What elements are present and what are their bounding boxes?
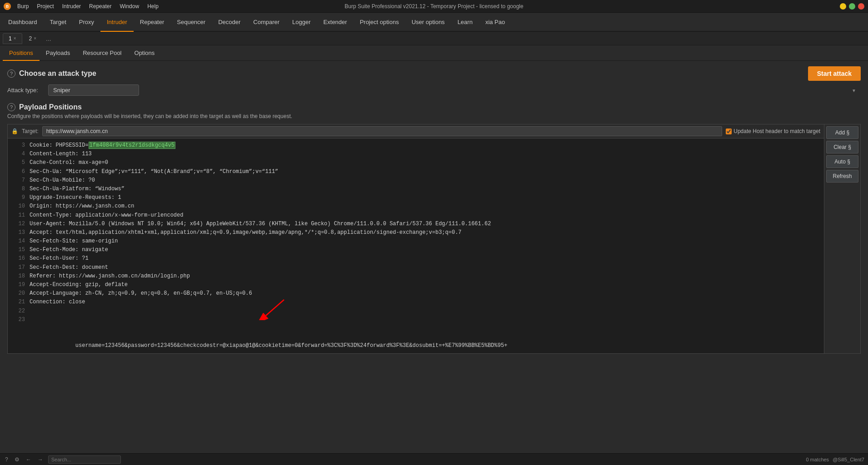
nav-sequencer[interactable]: Sequencer [170, 13, 212, 32]
menu-help[interactable]: Help [144, 2, 162, 10]
attack-type-select[interactable]: Sniper Battering ram Pitchfork Cluster b… [48, 84, 139, 96]
request-line-3: 3 Cookie: PHPSESSID=lfm4084r9v4ts2r1dsdk… [8, 141, 824, 150]
tab-2-close[interactable]: × [34, 36, 36, 41]
attack-type-title: Choose an attack type [19, 69, 96, 78]
nav-xia-pao[interactable]: xia Pao [479, 13, 511, 32]
add-section-button[interactable]: Add § [826, 126, 858, 139]
nav-decoder[interactable]: Decoder [212, 13, 247, 32]
menu-project[interactable]: Project [33, 2, 57, 10]
target-bar: 🔒 Target: Update Host header to match ta… [8, 124, 824, 139]
target-url-input[interactable] [42, 126, 723, 136]
red-arrow-annotation [248, 297, 302, 320]
nav-dashboard[interactable]: Dashboard [2, 13, 44, 32]
minimize-button[interactable] [840, 3, 846, 10]
auto-section-button[interactable]: Auto § [826, 155, 858, 168]
nav-extender[interactable]: Extender [317, 13, 354, 32]
payload-positions-title-row: ? Payload Positions [7, 103, 861, 111]
right-buttons-panel: Add § Clear § Auto § Refresh [824, 124, 861, 354]
request-line-15: 15 Sec-Fetch-Mode: navigate [8, 246, 824, 254]
request-line-21: 21 Connection: close [8, 298, 824, 307]
tab-1-close[interactable]: × [14, 36, 16, 41]
tab-more[interactable]: ... [43, 35, 54, 42]
nav-logger[interactable]: Logger [286, 13, 317, 32]
nav-learn[interactable]: Learn [451, 13, 479, 32]
update-host-checkbox[interactable] [726, 129, 732, 134]
request-line-16: 16 Sec-Fetch-User: ?1 [8, 254, 824, 263]
status-back-icon[interactable]: ← [25, 456, 33, 463]
request-line-12: 12 User-Agent: Mozilla/5.0 (Windows NT 1… [8, 220, 824, 228]
window-controls [840, 3, 864, 10]
title-bar-menu: Burp Project Intruder Repeater Window He… [14, 2, 162, 10]
title-bar: B Burp Project Intruder Repeater Window … [0, 0, 868, 13]
tab-bar: 1 × 2 × ... [0, 32, 868, 45]
payload-positions-section: ? Payload Positions Configure the positi… [7, 103, 861, 354]
app-logo: B [4, 3, 11, 10]
nav-proxy[interactable]: Proxy [73, 13, 100, 32]
request-line-10: 10 Origin: https://www.jansh.com.cn [8, 202, 824, 211]
tab-2[interactable]: 2 × [23, 33, 43, 44]
close-button[interactable] [858, 3, 864, 10]
attack-type-row: Attack type: Sniper Battering ram Pitchf… [7, 84, 861, 96]
start-attack-button[interactable]: Start attack [808, 66, 861, 81]
clear-section-button[interactable]: Clear § [826, 141, 858, 153]
search-input[interactable] [48, 455, 121, 464]
match-count: 0 matches [806, 457, 829, 462]
request-line-9: 9 Upgrade-Insecure-Requests: 1 [8, 193, 824, 202]
window-title: Burp Suite Professional v2021.12 - Tempo… [344, 3, 523, 10]
request-line-5: 5 Cache-Control: max-age=0 [8, 158, 824, 167]
attack-type-title-row: ? Choose an attack type [7, 69, 96, 78]
nav-target[interactable]: Target [44, 13, 73, 32]
nav-intruder[interactable]: Intruder [100, 13, 134, 32]
subnav-resource-pool[interactable]: Resource Pool [76, 45, 128, 61]
request-line-4: 4 Content-Length: 113 [8, 150, 824, 158]
maximize-button[interactable] [849, 3, 855, 10]
svg-line-1 [266, 300, 284, 316]
status-bar: ? ⚙ ← → 0 matches @Sill5_Clent7 [0, 453, 868, 465]
attack-type-help-icon[interactable]: ? [7, 69, 15, 78]
subnav-payloads[interactable]: Payloads [40, 45, 76, 61]
title-bar-left: B Burp Project Intruder Repeater Window … [4, 2, 162, 10]
tab-1[interactable]: 1 × [3, 33, 22, 44]
tab-1-label: 1 [9, 35, 12, 42]
tab-2-label: 2 [29, 35, 32, 42]
request-line-18: 18 Referer: https://www.jansh.com.cn/adm… [8, 272, 824, 281]
request-line-23: 23 username=123456 [8, 316, 824, 351]
menu-intruder[interactable]: Intruder [59, 2, 85, 10]
menu-burp[interactable]: Burp [14, 2, 32, 10]
refresh-button[interactable]: Refresh [826, 170, 858, 183]
status-user: @Sill5_Clent7 [833, 457, 864, 462]
nav-user-options[interactable]: User options [405, 13, 451, 32]
request-editor: 🔒 Target: Update Host header to match ta… [7, 124, 824, 354]
subnav-positions[interactable]: Positions [3, 45, 40, 61]
status-forward-icon[interactable]: → [36, 456, 45, 463]
subnav-options[interactable]: Options [128, 45, 161, 61]
status-search-area [48, 455, 803, 464]
request-line-19: 19 Accept-Encoding: gzip, deflate [8, 281, 824, 289]
request-line-13: 13 Accept: text/html,application/xhtml+x… [8, 228, 824, 237]
request-line-6: 6 Sec-Ch-Ua: “Microsoft Edge”;v=“111”, “… [8, 168, 824, 176]
nav-comparer[interactable]: Comparer [247, 13, 286, 32]
attack-type-label: Attack type: [7, 87, 44, 94]
sub-nav: Positions Payloads Resource Pool Options [0, 45, 868, 61]
nav-project-options[interactable]: Project options [354, 13, 405, 32]
content-area: ? Choose an attack type Start attack Att… [0, 61, 868, 465]
payload-positions-help-icon[interactable]: ? [7, 103, 15, 111]
request-editor-container: 🔒 Target: Update Host header to match ta… [7, 124, 861, 354]
status-settings-icon[interactable]: ⚙ [13, 456, 21, 463]
request-line-11: 11 Content-Type: application/x-www-form-… [8, 211, 824, 220]
menu-repeater[interactable]: Repeater [85, 2, 115, 10]
update-host-text: Update Host header to match target [733, 128, 820, 134]
status-help-icon[interactable]: ? [4, 456, 10, 463]
main-nav: Dashboard Target Proxy Intruder Repeater… [0, 13, 868, 32]
request-line-22: 22 [8, 307, 824, 316]
payload-positions-title: Payload Positions [19, 103, 82, 111]
request-body[interactable]: 3 Cookie: PHPSESSID=lfm4084r9v4ts2r1dsdk… [8, 139, 824, 353]
attack-type-select-wrapper: Sniper Battering ram Pitchfork Cluster b… [48, 84, 861, 96]
request-line-7: 7 Sec-Ch-Ua-Mobile: ?0 [8, 176, 824, 185]
menu-window[interactable]: Window [116, 2, 143, 10]
attack-type-section-header: ? Choose an attack type Start attack [7, 66, 861, 81]
request-line-20: 20 Accept-Language: zh-CN, zh;q=0.9, en;… [8, 289, 824, 298]
nav-repeater[interactable]: Repeater [134, 13, 170, 32]
request-line-8: 8 Sec-Ch-Ua-Platform: “Windows” [8, 185, 824, 193]
highlighted-phpsessid: lfm4084r9v4ts2r1dsdkgcq4v5 [89, 142, 175, 149]
